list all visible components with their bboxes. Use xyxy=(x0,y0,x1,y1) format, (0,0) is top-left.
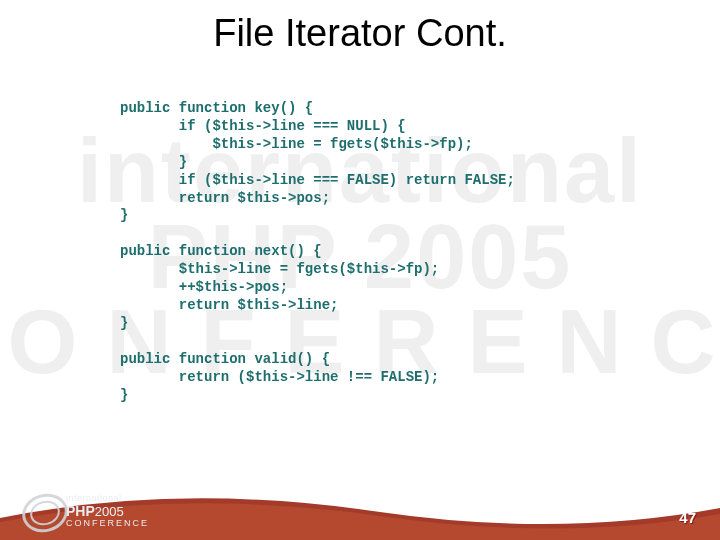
page-number: 47 xyxy=(679,509,696,526)
logo-line3: CONFERENCE xyxy=(66,519,149,528)
slide-title: File Iterator Cont. xyxy=(0,12,720,55)
logo-text: international PHP2005 CONFERENCE xyxy=(66,494,149,528)
logo-year: 2005 xyxy=(95,504,124,519)
logo-brand: PHP xyxy=(66,503,95,519)
code-block: public function key() { if ($this->line … xyxy=(120,100,515,404)
footer: international PHP2005 CONFERENCE 47 xyxy=(0,488,720,540)
logo-line2: PHP2005 xyxy=(66,504,149,519)
